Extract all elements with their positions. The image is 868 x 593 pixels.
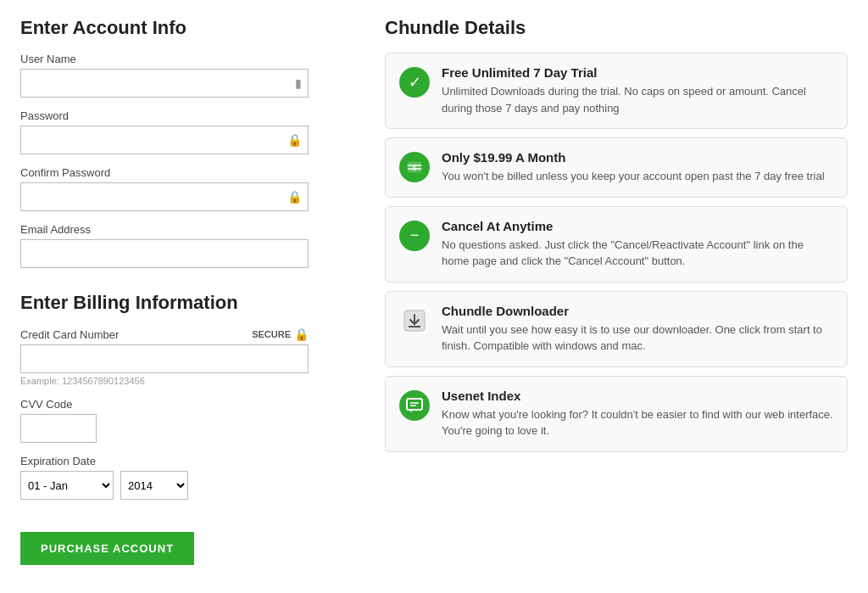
username-input[interactable]	[20, 69, 309, 98]
cancel-title: Cancel At Anytime	[442, 219, 833, 233]
right-panel: Chundle Details ✓Free Unlimited 7 Day Tr…	[385, 17, 848, 565]
left-panel: Enter Account Info User Name ▮ Password …	[20, 17, 351, 565]
confirm-password-field-group: Confirm Password 🔒	[20, 166, 351, 211]
free-trial-title: Free Unlimited 7 Day Trial	[442, 65, 833, 80]
feature-card-usenet: Usenet IndexKnow what you're looking for…	[385, 376, 848, 452]
account-info-title: Enter Account Info	[20, 17, 351, 39]
purchase-button[interactable]: Purchase Account	[20, 532, 194, 565]
cc-label: Credit Card Number	[20, 328, 119, 341]
confirm-password-input[interactable]	[20, 182, 309, 211]
usenet-content: Usenet IndexKnow what you're looking for…	[442, 389, 833, 439]
downloader-title: Chundle Downloader	[442, 304, 833, 318]
cvv-label: CVV Code	[20, 398, 351, 411]
confirm-password-label: Confirm Password	[20, 166, 351, 179]
feature-card-free-trial: ✓Free Unlimited 7 Day TrialUnlimited Dow…	[385, 53, 848, 129]
free-trial-desc: Unlimited Downloads during the trial. No…	[442, 83, 833, 116]
cancel-icon: −	[399, 221, 430, 251]
lock-icon: 🔒	[294, 327, 309, 341]
username-input-wrapper: ▮	[20, 69, 309, 98]
svg-rect-8	[407, 399, 422, 410]
usenet-icon	[399, 390, 430, 421]
cc-field-group: Credit Card Number SECURE 🔒 Example: 123…	[20, 327, 351, 386]
cc-example: Example: 1234567890123456	[20, 376, 351, 386]
downloader-icon	[399, 305, 430, 336]
cc-input[interactable]	[20, 344, 309, 373]
password-field-group: Password 🔒	[20, 109, 351, 154]
secure-label: SECURE 🔒	[252, 327, 309, 341]
expiry-year-select[interactable]: 2014 2015 2016 2017 2018 2019 2020	[120, 471, 188, 500]
password-input[interactable]	[20, 126, 309, 154]
pricing-icon: $	[399, 152, 430, 182]
cc-header-row: Credit Card Number SECURE 🔒	[20, 327, 309, 341]
feature-card-pricing: $ Only $19.99 A MonthYou won't be billed…	[385, 137, 848, 198]
password-label: Password	[20, 109, 351, 122]
page-container: Enter Account Info User Name ▮ Password …	[20, 17, 848, 565]
svg-text:$: $	[412, 164, 416, 172]
expiry-label: Expiration Date	[20, 455, 351, 467]
usenet-desc: Know what you're looking for? It couldn'…	[442, 406, 833, 439]
username-field-group: User Name ▮	[20, 53, 351, 98]
expiry-row: 01 - Jan 02 - Feb 03 - Mar 04 - Apr 05 -…	[20, 471, 351, 500]
pricing-title: Only $19.99 A Month	[442, 150, 825, 165]
pricing-content: Only $19.99 A MonthYou won't be billed u…	[442, 150, 825, 185]
feature-card-downloader: Chundle DownloaderWait until you see how…	[385, 291, 848, 367]
free-trial-content: Free Unlimited 7 Day TrialUnlimited Down…	[442, 65, 833, 116]
expiry-month-select[interactable]: 01 - Jan 02 - Feb 03 - Mar 04 - Apr 05 -…	[20, 471, 114, 500]
feature-card-cancel: −Cancel At AnytimeNo questions asked. Ju…	[385, 206, 848, 283]
email-label: Email Address	[20, 223, 351, 236]
usenet-title: Usenet Index	[442, 389, 833, 403]
cancel-desc: No questions asked. Just click the "Canc…	[442, 237, 833, 270]
chundle-details-title: Chundle Details	[385, 17, 848, 39]
features-container: ✓Free Unlimited 7 Day TrialUnlimited Dow…	[385, 53, 848, 452]
cvv-input[interactable]	[20, 414, 97, 443]
email-field-group: Email Address	[20, 223, 351, 268]
pricing-desc: You won't be billed unless you keep your…	[442, 168, 825, 185]
username-label: User Name	[20, 53, 351, 65]
billing-title: Enter Billing Information	[20, 292, 351, 314]
password-input-wrapper: 🔒	[20, 126, 309, 154]
cancel-content: Cancel At AnytimeNo questions asked. Jus…	[442, 219, 833, 270]
downloader-desc: Wait until you see how easy it is to use…	[442, 322, 833, 355]
downloader-content: Chundle DownloaderWait until you see how…	[442, 304, 833, 355]
expiry-field-group: Expiration Date 01 - Jan 02 - Feb 03 - M…	[20, 455, 351, 500]
confirm-password-input-wrapper: 🔒	[20, 182, 309, 211]
cvv-field-group: CVV Code	[20, 398, 351, 443]
free-trial-icon: ✓	[399, 67, 430, 98]
email-input[interactable]	[20, 239, 309, 268]
